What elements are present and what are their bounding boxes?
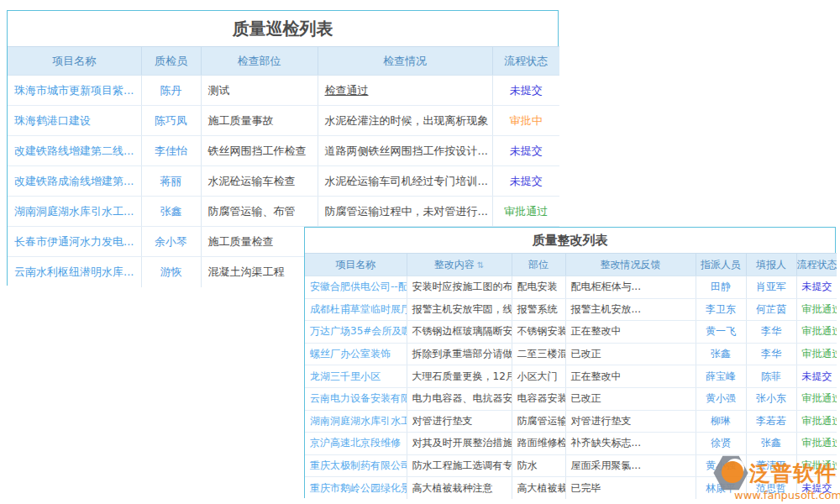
assignee-name[interactable]: 黄一飞 <box>696 321 746 344</box>
project-link[interactable]: 京沪高速北京段维修 <box>305 433 407 455</box>
page: 质量巡检列表 项目名称质检员检查部位检查情况流程状态珠海市城市更新项目紫...陈… <box>0 0 840 504</box>
project-link[interactable]: 改建铁路成渝线增建第... <box>8 166 141 197</box>
column-header-3: 检查部位 <box>201 47 318 76</box>
watermark-brand: 泛普软件 <box>749 463 837 484</box>
rectify-content: 拆除到承重墙部分请做好加固... <box>407 343 512 365</box>
rectify-feedback: 已完毕 <box>565 477 696 500</box>
table-row: 湖南洞庭湖水库引水工...张鑫防腐管运输、布管防腐管运输过程中，未对管进行...… <box>8 197 559 227</box>
status-badge[interactable]: 审批通过 <box>796 343 837 365</box>
project-link[interactable]: 珠海鹤港口建设 <box>8 106 141 136</box>
rectify-content: 电力电容器、电抗器安装方案... <box>407 387 512 410</box>
rectify-content: 对管进行垫支 <box>407 410 512 433</box>
project-link[interactable]: 龙湖三千里小区 <box>305 365 407 388</box>
project-link[interactable]: 安徽合肥供电公司--配电设备... <box>305 276 407 299</box>
project-link[interactable]: 重庆太极制药有限公司亳州中... <box>305 454 407 477</box>
table-row: 螺丝厂办公室装饰拆除到承重墙部分请做好加固...二至三楼混...已改正张鑫李华审… <box>305 343 837 365</box>
project-link[interactable]: 成都杜甫草堂临时展厅独立展... <box>305 298 407 321</box>
inspector-name[interactable]: 李佳怡 <box>141 136 201 166</box>
status-badge[interactable]: 审批通过 <box>796 410 837 433</box>
status-badge[interactable]: 审批通过 <box>796 321 837 344</box>
status-badge[interactable]: 未提交 <box>796 365 837 388</box>
assignee-name[interactable]: 田静 <box>696 276 746 299</box>
rectify-part: 报警系统 <box>512 298 565 321</box>
rectify-part: 路面维修检... <box>512 433 565 455</box>
reporter-name[interactable]: 肖亚军 <box>746 276 796 299</box>
status-badge[interactable]: 审批通过 <box>492 197 559 227</box>
reporter-name[interactable]: 何芷茵 <box>746 298 796 321</box>
rectify-part: 高大植被栽种 <box>512 477 565 500</box>
reporter-name[interactable]: 张鑫 <box>746 433 796 455</box>
assignee-name[interactable]: 黄小强 <box>696 387 746 410</box>
project-link[interactable]: 重庆市鹅岭公园绿化景观提升... <box>305 477 407 500</box>
project-link[interactable]: 湖南洞庭湖水库引水工程施工I标 <box>305 410 407 433</box>
project-link[interactable]: 长春市伊通河水力发电... <box>8 227 141 257</box>
table-row: 云南电力设备安装有限公司20...电力电容器、电抗器安装方案...电容器安装..… <box>305 387 837 410</box>
column-header-7: 流程状态 <box>796 254 837 276</box>
inspector-name[interactable]: 余小琴 <box>141 227 201 257</box>
check-part: 防腐管运输、布管 <box>201 197 318 227</box>
check-part: 施工质量检查 <box>201 227 318 257</box>
inspector-name[interactable]: 张鑫 <box>141 197 201 227</box>
assignee-name[interactable]: 李卫东 <box>696 298 746 321</box>
project-link[interactable]: 改建铁路线增建第二线... <box>8 136 141 166</box>
inspector-name[interactable]: 蒋丽 <box>141 166 201 197</box>
check-part: 混凝土沟渠工程 <box>201 257 318 287</box>
inspection-table-title: 质量巡检列表 <box>8 11 558 46</box>
rectify-content: 高大植被栽种注意 <box>407 477 512 500</box>
rectify-part: 防水 <box>512 454 565 477</box>
table-row: 龙湖三千里小区大理石质量更换，12月31日之...小区大门正在整改中薛宝峰陈菲未… <box>305 365 837 388</box>
status-badge[interactable]: 未提交 <box>492 136 559 166</box>
check-situation: 水泥砼灌注的时候，出现离析现象 <box>318 106 492 136</box>
column-header-6: 填报人 <box>746 254 796 276</box>
assignee-name[interactable]: 徐贤 <box>696 433 746 455</box>
assignee-name[interactable]: 柳琳 <box>696 410 746 433</box>
check-part: 铁丝网围挡工作检查 <box>201 136 318 166</box>
status-badge[interactable]: 未提交 <box>492 76 559 106</box>
check-part: 测试 <box>201 76 318 106</box>
inspector-name[interactable]: 陈丹 <box>141 76 201 106</box>
project-link[interactable]: 螺丝厂办公室装饰 <box>305 343 407 365</box>
project-link[interactable]: 云南电力设备安装有限公司20... <box>305 387 407 410</box>
status-badge[interactable]: 审批通过 <box>796 433 837 455</box>
rectify-feedback: 正在整改中 <box>565 321 696 344</box>
rectify-content: 报警主机安放牢固，线缆连接... <box>407 298 512 321</box>
status-badge[interactable]: 未提交 <box>796 276 837 299</box>
inspector-name[interactable]: 游恢 <box>141 257 201 287</box>
status-badge[interactable]: 审批中 <box>492 106 559 136</box>
project-link[interactable]: 云南水利枢纽潜明水库... <box>8 257 141 287</box>
rectify-part: 防腐管运输... <box>512 410 565 433</box>
column-header-2: 质检员 <box>141 47 201 76</box>
sort-icon[interactable]: ⇅ <box>477 260 484 270</box>
status-badge[interactable]: 未提交 <box>492 166 559 197</box>
inspector-name[interactable]: 陈巧凤 <box>141 106 201 136</box>
reporter-name[interactable]: 李华 <box>746 321 796 344</box>
reporter-name[interactable]: 李华 <box>746 343 796 365</box>
rectify-feedback: 屋面采用聚氯... <box>565 454 696 477</box>
table-row: 京沪高速北京段维修对其及时开展整治措施，桥头...路面维修检...补齐缺失标志.… <box>305 433 837 455</box>
project-link[interactable]: 湖南洞庭湖水库引水工... <box>8 197 141 227</box>
rectify-content: 安装时应按施工图的布置，将... <box>407 276 512 299</box>
rectify-feedback: 报警主机安放... <box>565 298 696 321</box>
column-header-2[interactable]: 整改内容⇅ <box>407 254 512 276</box>
status-badge[interactable]: 审批通过 <box>796 298 837 321</box>
table-row: 安徽合肥供电公司--配电设备...安装时应按施工图的布置，将...配电安装配电柜… <box>305 276 837 299</box>
column-header-5: 流程状态 <box>492 47 559 76</box>
assignee-name[interactable]: 张鑫 <box>696 343 746 365</box>
watermark-url: www.fanpusoft.com <box>734 489 840 501</box>
project-link[interactable]: 珠海市城市更新项目紫... <box>8 76 141 106</box>
assignee-name[interactable]: 薛宝峰 <box>696 365 746 388</box>
rectify-feedback: 配电柜柜体与... <box>565 276 696 299</box>
column-header-1: 项目名称 <box>305 254 407 276</box>
reporter-name[interactable]: 李若若 <box>746 410 796 433</box>
reporter-name[interactable]: 张小东 <box>746 387 796 410</box>
reporter-name[interactable]: 陈菲 <box>746 365 796 388</box>
status-badge[interactable]: 审批通过 <box>796 387 837 410</box>
project-link[interactable]: 万达广场35#会所及咖啡厅空... <box>305 321 407 344</box>
rectify-content: 大理石质量更换，12月31日之... <box>407 365 512 388</box>
rectification-table-title: 质量整改列表 <box>305 228 835 253</box>
rectify-part: 配电安装 <box>512 276 565 299</box>
rectify-content: 不锈钢边框玻璃隔断安装不牢... <box>407 321 512 344</box>
check-part: 施工质量事故 <box>201 106 318 136</box>
table-row: 珠海鹤港口建设陈巧凤施工质量事故水泥砼灌注的时候，出现离析现象审批中 <box>8 106 559 136</box>
column-header-5: 指派人员 <box>696 254 746 276</box>
